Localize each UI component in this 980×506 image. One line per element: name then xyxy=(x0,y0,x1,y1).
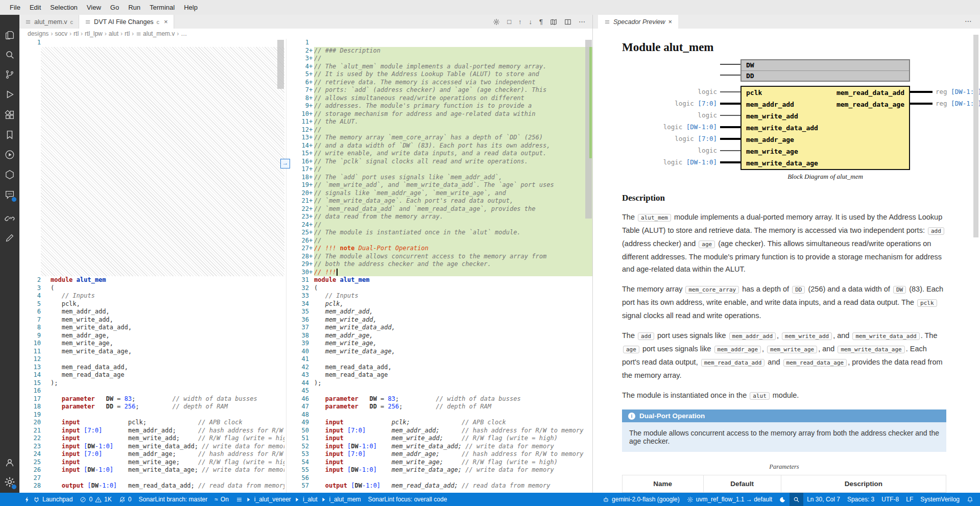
next-change-icon[interactable]: ↓ xyxy=(529,18,533,26)
status-eol[interactable]: LF xyxy=(902,493,917,506)
status-problems[interactable]: 01K xyxy=(76,493,115,506)
status-launchpad[interactable]: Launchpad xyxy=(20,493,76,506)
breadcrumb-item-designs[interactable]: designs xyxy=(28,30,49,37)
lightning-icon xyxy=(24,496,31,503)
account-icon[interactable] xyxy=(0,453,19,472)
dvt-icon[interactable] xyxy=(0,165,19,184)
status-theme-toggle[interactable] xyxy=(776,493,790,506)
tab-badge: c xyxy=(157,19,160,25)
inline-code: mem_core_array xyxy=(685,286,739,294)
breadcrumb-item-alut[interactable]: alut xyxy=(109,30,118,37)
breadcrumb-item-rtl[interactable]: rtl xyxy=(74,30,79,37)
close-icon[interactable]: × xyxy=(164,18,168,26)
breadcrumb-item-alut_mem.v[interactable]: alut_mem.v xyxy=(136,30,175,37)
tab-alut-mem-v[interactable]: alut_mem.vc xyxy=(19,15,79,29)
token: input xyxy=(325,419,344,426)
description-body: The alut_mem module implements a dual-po… xyxy=(622,211,946,402)
token: mem_write_add; xyxy=(392,435,443,442)
scrollbar-thumb-panel[interactable] xyxy=(973,35,978,237)
open-preview-icon[interactable] xyxy=(550,18,557,26)
settings-icon xyxy=(493,18,500,26)
token: input xyxy=(325,466,344,473)
token xyxy=(51,450,62,457)
menu-file[interactable]: File xyxy=(5,4,25,11)
diff-marker xyxy=(41,443,46,451)
breadcrumb-item-socv[interactable]: socv xyxy=(55,30,67,37)
search-icon[interactable] xyxy=(0,45,19,64)
layout-icon[interactable]: □ xyxy=(507,18,511,26)
run-verification-icon[interactable] xyxy=(0,145,19,164)
code-line: 1 xyxy=(286,39,593,47)
status-notifications-muted[interactable]: 0 xyxy=(115,493,135,506)
edit-tools-icon[interactable] xyxy=(0,228,19,248)
port-type: reg xyxy=(936,100,951,107)
line-content xyxy=(46,39,284,47)
line-number: 46 xyxy=(286,395,309,403)
extensions-icon[interactable] xyxy=(0,105,19,125)
status-text: On xyxy=(221,496,229,503)
breadcrumb-label: … xyxy=(181,30,187,37)
bell-slash-icon xyxy=(119,496,126,503)
panel-more-icon[interactable]: ⋯ xyxy=(965,17,972,25)
bookmarks-icon[interactable] xyxy=(0,125,19,144)
status-cursor-position[interactable]: Ln 30, Col 7 xyxy=(803,493,844,506)
status-language-mode[interactable]: SystemVerilog xyxy=(917,493,963,506)
status-ai-model[interactable]: gemini-2.0-flash (google) xyxy=(599,493,683,506)
status-indentation[interactable]: Spaces: 3 xyxy=(844,493,878,506)
status-encoding[interactable]: UTF-8 xyxy=(878,493,902,506)
token: // retrieve data. The memory is accessed… xyxy=(314,79,535,86)
status-sonarlint-branch[interactable]: SonarLint branch: master xyxy=(135,493,211,506)
prev-change-icon[interactable]: ↑ xyxy=(518,18,522,26)
tab-specador-preview[interactable]: Specador Preview× xyxy=(598,15,678,29)
error-icon xyxy=(80,496,86,503)
breadcrumb-item-[interactable]: … xyxy=(181,30,187,37)
diff-editor-modified[interactable]: 12+// ### Description3+//4+// The `alut_… xyxy=(286,39,593,493)
scrollbar-thumb-left[interactable] xyxy=(277,40,284,89)
diff-marker xyxy=(309,466,314,474)
close-icon[interactable]: × xyxy=(668,18,672,26)
explorer-icon[interactable] xyxy=(0,25,19,44)
diff-marker xyxy=(41,395,46,403)
menu-selection[interactable]: Selection xyxy=(45,4,82,11)
code-line: 23 input [DW-1:0] mem_write_data_add; //… xyxy=(19,443,284,451)
menu-help[interactable]: Help xyxy=(179,4,202,11)
breadcrumb-item-rtl[interactable]: rtl xyxy=(125,30,130,37)
menu-run[interactable]: Run xyxy=(124,4,145,11)
run-debug-icon xyxy=(4,89,15,100)
run-debug-icon[interactable] xyxy=(0,85,19,104)
line-content: mem_read_data_add, xyxy=(314,364,593,372)
status-sonarlint-on[interactable]: ≈On xyxy=(211,493,232,506)
settings-icon[interactable] xyxy=(493,18,500,26)
settings-gear-icon[interactable] xyxy=(0,472,19,492)
trace-icon[interactable] xyxy=(0,208,19,228)
line-number: 48 xyxy=(286,411,309,419)
split-editor-icon[interactable] xyxy=(564,18,571,26)
diff-marker xyxy=(309,39,314,47)
status-search-status[interactable] xyxy=(790,493,803,506)
status-flow[interactable]: uvm_ref_flow_1.1 → default xyxy=(683,493,776,506)
menu-edit[interactable]: Edit xyxy=(25,4,45,11)
text: module. xyxy=(771,391,799,399)
menu-go[interactable]: Go xyxy=(106,4,124,11)
menu-view[interactable]: View xyxy=(82,4,106,11)
tab-dvt-ai-file-changes[interactable]: DVT AI File Changesc× xyxy=(79,15,174,29)
whitespace-icon[interactable]: ¶ xyxy=(539,18,543,26)
line-content: mem_write_data_age, xyxy=(46,348,284,356)
code-line: 49 input pclk; // APB clock xyxy=(286,419,593,427)
breadcrumb-item-rtl_lpw[interactable]: rtl_lpw xyxy=(85,30,103,37)
more-actions-icon[interactable]: ⋯ xyxy=(579,18,585,26)
status-scope-path[interactable]: i_alut_veneeri_aluti_alut_mem xyxy=(232,493,365,506)
token: [7:0] xyxy=(347,450,366,457)
status-text: Launchpad xyxy=(42,496,73,503)
diff-marker: + xyxy=(309,63,314,71)
status-sonarlint-focus[interactable]: SonarLint focus: overall code xyxy=(365,493,451,506)
menu-terminal[interactable]: Terminal xyxy=(145,4,179,11)
token: input xyxy=(62,443,80,450)
chat-icon[interactable] xyxy=(0,185,19,204)
status-notifications[interactable] xyxy=(963,493,977,506)
token: // storage mechanism for address and age… xyxy=(314,110,535,117)
code-line: 15); xyxy=(19,379,284,388)
diff-editor-original[interactable]: 12module alut_mem3(4 // Inputs5 pclk,6 m… xyxy=(19,39,284,493)
apply-change-arrow-button[interactable]: → xyxy=(280,159,290,168)
source-control-icon[interactable] xyxy=(0,65,19,84)
